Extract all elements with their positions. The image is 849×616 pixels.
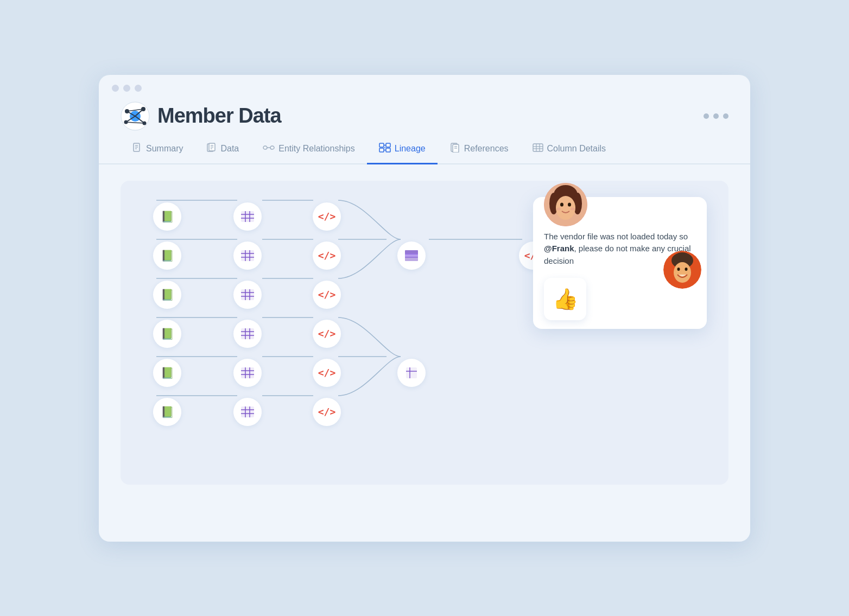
tab-data-label: Data <box>220 144 239 154</box>
node-code-3[interactable]: </> <box>313 281 341 309</box>
column-details-icon <box>533 143 543 155</box>
svg-rect-87 <box>241 407 254 417</box>
node-mid-5[interactable] <box>397 359 426 387</box>
header: Member Data <box>99 92 750 137</box>
svg-rect-68 <box>405 257 418 261</box>
node-code-4[interactable]: </> <box>313 320 341 348</box>
code-icon-6: </> <box>318 406 336 417</box>
lineage-row-5: 📗 </> <box>131 359 620 387</box>
node-file-6[interactable]: 📗 <box>153 398 181 426</box>
tab-column-details[interactable]: Column Details <box>521 137 618 164</box>
main-content: 📗 </> 📗 <box>99 164 750 490</box>
page-title: Member Data <box>157 104 281 128</box>
commenter-avatar-1 <box>544 183 587 226</box>
code-icon-2: </> <box>318 250 336 261</box>
summary-icon <box>132 143 142 155</box>
svg-point-100 <box>571 207 575 210</box>
app-window: Member Data Summary Data Entity Relation… <box>99 75 750 542</box>
node-file-4[interactable]: 📗 <box>153 320 181 348</box>
svg-point-104 <box>677 268 680 271</box>
svg-point-97 <box>560 202 563 206</box>
svg-rect-84 <box>406 367 417 378</box>
node-table-4[interactable] <box>233 320 262 348</box>
svg-rect-61 <box>241 250 254 261</box>
svg-rect-26 <box>379 148 384 152</box>
node-code-2[interactable]: </> <box>313 242 341 270</box>
comment-popup: The vendor file was not loaded today so … <box>533 197 707 329</box>
tab-summary-label: Summary <box>146 144 183 154</box>
lineage-icon <box>379 143 391 155</box>
node-file-3[interactable]: 📗 <box>153 281 181 309</box>
comment-mention: @Frank <box>544 244 574 253</box>
traffic-light-minimize[interactable] <box>123 85 130 92</box>
entity-rel-icon <box>263 143 275 155</box>
references-icon <box>449 143 460 155</box>
node-mid-2[interactable] <box>397 242 426 270</box>
tab-data[interactable]: Data <box>195 137 251 164</box>
titlebar <box>99 75 750 92</box>
file-icon-5: 📗 <box>161 366 174 379</box>
traffic-light-close[interactable] <box>112 85 119 92</box>
node-table-2[interactable] <box>233 242 262 270</box>
app-logo <box>121 101 150 131</box>
svg-rect-35 <box>533 144 543 151</box>
file-icon: 📗 <box>161 210 174 223</box>
lineage-row-6: 📗 </> <box>131 398 620 426</box>
tab-summary[interactable]: Summary <box>121 137 195 164</box>
svg-point-98 <box>568 202 571 206</box>
file-icon-3: 📗 <box>161 288 174 301</box>
like-button[interactable]: 👍 <box>544 278 586 320</box>
code-icon-4: </> <box>318 328 336 339</box>
tab-bar: Summary Data Entity Relationships <box>99 137 750 164</box>
node-code-1[interactable]: </> <box>313 202 341 231</box>
tab-references[interactable]: References <box>438 137 521 164</box>
svg-rect-56 <box>241 211 254 222</box>
file-icon-2: 📗 <box>161 249 174 262</box>
node-code-5[interactable]: </> <box>313 359 341 387</box>
lineage-canvas: 📗 </> 📗 <box>121 181 728 485</box>
header-more-menu[interactable] <box>704 113 728 119</box>
svg-rect-21 <box>263 146 267 149</box>
svg-rect-79 <box>241 367 254 378</box>
svg-rect-74 <box>241 328 254 339</box>
tab-column-details-label: Column Details <box>547 144 606 154</box>
tab-entity-relationships[interactable]: Entity Relationships <box>251 137 367 164</box>
svg-point-105 <box>685 268 688 271</box>
traffic-light-maximize[interactable] <box>135 85 142 92</box>
data-icon <box>207 143 217 155</box>
tab-entity-label: Entity Relationships <box>278 144 355 154</box>
header-left: Member Data <box>121 101 281 131</box>
node-file-2[interactable]: 📗 <box>153 242 181 270</box>
code-icon-5: </> <box>318 367 336 378</box>
svg-rect-25 <box>386 143 390 147</box>
tab-lineage-label: Lineage <box>395 144 426 154</box>
tab-lineage[interactable]: Lineage <box>367 137 438 164</box>
svg-point-99 <box>556 207 561 210</box>
svg-rect-27 <box>386 148 390 152</box>
file-icon-4: 📗 <box>161 327 174 340</box>
svg-rect-69 <box>241 289 254 300</box>
node-file-1[interactable]: 📗 <box>153 202 181 231</box>
node-table-1[interactable] <box>233 202 262 231</box>
code-icon: </> <box>318 211 336 222</box>
tab-references-label: References <box>464 144 509 154</box>
node-file-5[interactable]: 📗 <box>153 359 181 387</box>
node-table-6[interactable] <box>233 398 262 426</box>
node-table-5[interactable] <box>233 359 262 387</box>
file-icon-6: 📗 <box>161 405 174 418</box>
node-code-6[interactable]: </> <box>313 398 341 426</box>
node-table-3[interactable] <box>233 281 262 309</box>
svg-rect-22 <box>270 146 274 149</box>
svg-rect-24 <box>379 143 384 147</box>
comment-prefix: The vendor file was not loaded today so <box>544 232 688 241</box>
code-icon-3: </> <box>318 289 336 300</box>
commenter-avatar-2 <box>663 251 701 289</box>
svg-point-103 <box>674 262 691 283</box>
